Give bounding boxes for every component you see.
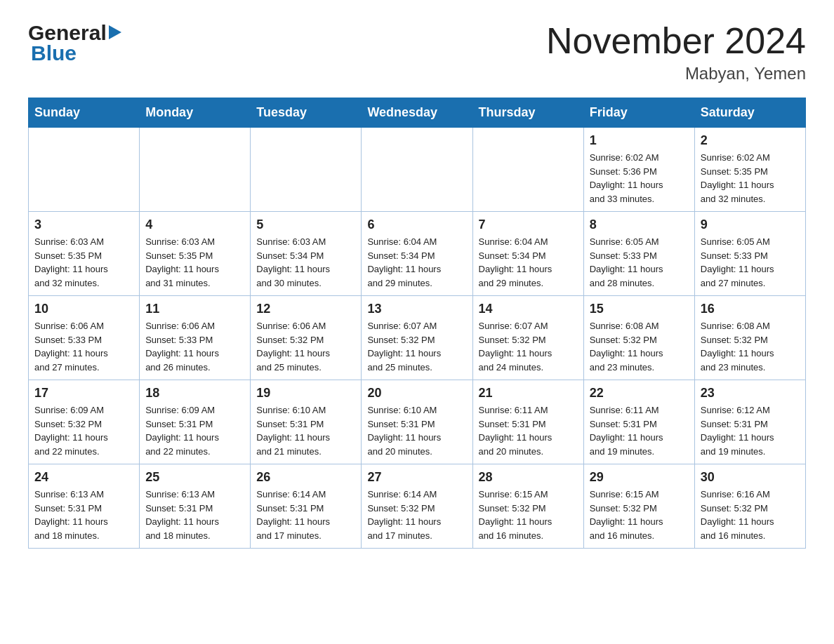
calendar-day-header: Thursday [472,98,583,128]
day-info: Sunrise: 6:14 AM Sunset: 5:31 PM Dayligh… [256,488,355,542]
calendar-cell: 14Sunrise: 6:07 AM Sunset: 5:32 PM Dayli… [472,296,583,380]
day-number: 27 [367,470,466,485]
day-number: 11 [145,302,244,316]
day-number: 15 [590,302,689,316]
day-info: Sunrise: 6:09 AM Sunset: 5:31 PM Dayligh… [145,403,244,458]
calendar-cell: 12Sunrise: 6:06 AM Sunset: 5:32 PM Dayli… [251,296,362,380]
calendar-table: SundayMondayTuesdayWednesdayThursdayFrid… [28,98,806,549]
day-info: Sunrise: 6:16 AM Sunset: 5:32 PM Dayligh… [701,488,800,542]
day-number: 17 [34,386,133,401]
calendar-week-row: 24Sunrise: 6:13 AM Sunset: 5:31 PM Dayli… [29,464,806,549]
day-info: Sunrise: 6:14 AM Sunset: 5:32 PM Dayligh… [367,488,466,542]
calendar-cell: 21Sunrise: 6:11 AM Sunset: 5:31 PM Dayli… [472,380,583,464]
calendar-cell [251,128,362,212]
calendar-cell: 16Sunrise: 6:08 AM Sunset: 5:32 PM Dayli… [694,296,805,380]
day-info: Sunrise: 6:11 AM Sunset: 5:31 PM Dayligh… [590,403,689,458]
day-info: Sunrise: 6:10 AM Sunset: 5:31 PM Dayligh… [367,403,466,458]
day-info: Sunrise: 6:03 AM Sunset: 5:35 PM Dayligh… [145,235,244,290]
day-info: Sunrise: 6:04 AM Sunset: 5:34 PM Dayligh… [479,235,578,290]
day-number: 16 [701,302,800,316]
day-info: Sunrise: 6:09 AM Sunset: 5:32 PM Dayligh… [34,403,133,458]
calendar-week-row: 1Sunrise: 6:02 AM Sunset: 5:36 PM Daylig… [29,128,806,212]
calendar-cell: 11Sunrise: 6:06 AM Sunset: 5:33 PM Dayli… [140,296,251,380]
day-info: Sunrise: 6:04 AM Sunset: 5:34 PM Dayligh… [367,235,466,290]
calendar-cell: 24Sunrise: 6:13 AM Sunset: 5:31 PM Dayli… [29,464,140,549]
calendar-cell: 25Sunrise: 6:13 AM Sunset: 5:31 PM Dayli… [140,464,251,549]
calendar-cell: 15Sunrise: 6:08 AM Sunset: 5:32 PM Dayli… [583,296,694,380]
day-info: Sunrise: 6:06 AM Sunset: 5:32 PM Dayligh… [256,319,355,374]
calendar-cell: 13Sunrise: 6:07 AM Sunset: 5:32 PM Dayli… [362,296,472,380]
calendar-week-row: 3Sunrise: 6:03 AM Sunset: 5:35 PM Daylig… [29,212,806,296]
day-info: Sunrise: 6:02 AM Sunset: 5:35 PM Dayligh… [701,151,800,206]
day-number: 24 [34,470,133,485]
day-number: 19 [256,386,355,401]
logo: General Blue [28,21,121,65]
day-number: 22 [590,386,689,401]
calendar-cell: 10Sunrise: 6:06 AM Sunset: 5:33 PM Dayli… [29,296,140,380]
calendar-cell: 27Sunrise: 6:14 AM Sunset: 5:32 PM Dayli… [362,464,472,549]
day-number: 20 [367,386,466,401]
calendar-cell: 9Sunrise: 6:05 AM Sunset: 5:33 PM Daylig… [694,212,805,296]
day-number: 5 [256,217,355,232]
day-number: 13 [367,302,466,316]
calendar-day-header: Wednesday [362,98,472,128]
logo-arrow-icon [109,25,121,42]
calendar-cell: 3Sunrise: 6:03 AM Sunset: 5:35 PM Daylig… [29,212,140,296]
day-info: Sunrise: 6:05 AM Sunset: 5:33 PM Dayligh… [701,235,800,290]
day-info: Sunrise: 6:05 AM Sunset: 5:33 PM Dayligh… [590,235,689,290]
day-number: 14 [479,302,578,316]
calendar-cell: 7Sunrise: 6:04 AM Sunset: 5:34 PM Daylig… [472,212,583,296]
calendar-week-row: 10Sunrise: 6:06 AM Sunset: 5:33 PM Dayli… [29,296,806,380]
day-number: 30 [701,470,800,485]
calendar-cell: 29Sunrise: 6:15 AM Sunset: 5:32 PM Dayli… [583,464,694,549]
day-number: 9 [701,217,800,232]
calendar-day-header: Monday [140,98,251,128]
calendar-cell: 17Sunrise: 6:09 AM Sunset: 5:32 PM Dayli… [29,380,140,464]
page-header: General Blue November 2024 Mabyan, Yemen [28,21,806,83]
day-number: 4 [145,217,244,232]
day-number: 18 [145,386,244,401]
calendar-cell: 1Sunrise: 6:02 AM Sunset: 5:36 PM Daylig… [583,128,694,212]
calendar-cell: 30Sunrise: 6:16 AM Sunset: 5:32 PM Dayli… [694,464,805,549]
day-number: 29 [590,470,689,485]
day-number: 1 [590,133,689,148]
day-info: Sunrise: 6:03 AM Sunset: 5:34 PM Dayligh… [256,235,355,290]
day-info: Sunrise: 6:13 AM Sunset: 5:31 PM Dayligh… [145,488,244,542]
day-info: Sunrise: 6:12 AM Sunset: 5:31 PM Dayligh… [701,403,800,458]
location-title: Mabyan, Yemen [546,64,806,83]
calendar-day-header: Tuesday [251,98,362,128]
svg-marker-0 [109,25,121,39]
title-block: November 2024 Mabyan, Yemen [546,21,806,83]
day-info: Sunrise: 6:08 AM Sunset: 5:32 PM Dayligh… [701,319,800,374]
calendar-cell [140,128,251,212]
calendar-cell: 23Sunrise: 6:12 AM Sunset: 5:31 PM Dayli… [694,380,805,464]
calendar-cell: 2Sunrise: 6:02 AM Sunset: 5:35 PM Daylig… [694,128,805,212]
calendar-cell: 28Sunrise: 6:15 AM Sunset: 5:32 PM Dayli… [472,464,583,549]
calendar-cell [472,128,583,212]
calendar-cell: 18Sunrise: 6:09 AM Sunset: 5:31 PM Dayli… [140,380,251,464]
calendar-cell [29,128,140,212]
day-number: 23 [701,386,800,401]
day-info: Sunrise: 6:06 AM Sunset: 5:33 PM Dayligh… [34,319,133,374]
calendar-day-header: Sunday [29,98,140,128]
day-number: 6 [367,217,466,232]
calendar-cell: 22Sunrise: 6:11 AM Sunset: 5:31 PM Dayli… [583,380,694,464]
day-info: Sunrise: 6:15 AM Sunset: 5:32 PM Dayligh… [590,488,689,542]
day-number: 12 [256,302,355,316]
calendar-cell: 4Sunrise: 6:03 AM Sunset: 5:35 PM Daylig… [140,212,251,296]
day-number: 26 [256,470,355,485]
calendar-cell: 8Sunrise: 6:05 AM Sunset: 5:33 PM Daylig… [583,212,694,296]
day-number: 21 [479,386,578,401]
day-info: Sunrise: 6:15 AM Sunset: 5:32 PM Dayligh… [479,488,578,542]
calendar-cell: 26Sunrise: 6:14 AM Sunset: 5:31 PM Dayli… [251,464,362,549]
calendar-cell: 6Sunrise: 6:04 AM Sunset: 5:34 PM Daylig… [362,212,472,296]
day-number: 10 [34,302,133,316]
calendar-day-header: Friday [583,98,694,128]
calendar-cell [362,128,472,212]
day-info: Sunrise: 6:07 AM Sunset: 5:32 PM Dayligh… [479,319,578,374]
calendar-day-header: Saturday [694,98,805,128]
day-info: Sunrise: 6:08 AM Sunset: 5:32 PM Dayligh… [590,319,689,374]
day-number: 8 [590,217,689,232]
day-number: 2 [701,133,800,148]
day-number: 3 [34,217,133,232]
